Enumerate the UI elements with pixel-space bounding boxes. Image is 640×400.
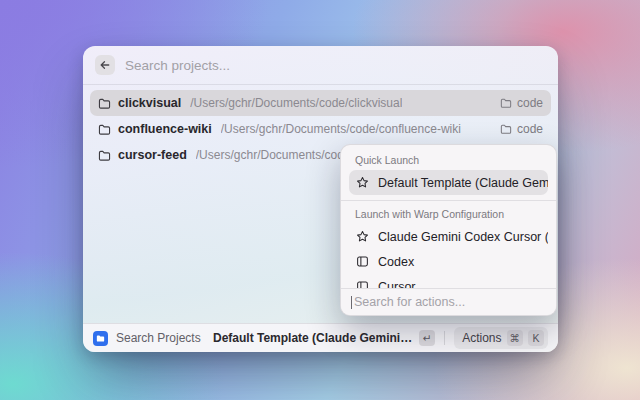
folder-icon: [98, 149, 111, 162]
desktop-background: { "window": { "header": { "search_placeh…: [0, 0, 640, 400]
section-title-warp-configuration: Launch with Warp Configuration: [349, 206, 548, 224]
popup-divider: [341, 200, 556, 201]
actions-button[interactable]: Actions ⌘ K: [454, 327, 548, 349]
search-projects-input[interactable]: Search projects...: [125, 58, 546, 73]
folder-icon: [98, 123, 111, 136]
project-tag-label: code: [517, 122, 543, 136]
folder-icon: [98, 97, 111, 110]
enter-key-badge: ↵: [419, 330, 435, 346]
primary-action-label[interactable]: Default Template (Claude Gemini…: [213, 331, 412, 345]
project-path: /Users/gchr/Documents/code/confluence-wi…: [221, 122, 461, 136]
cmd-key-badge: ⌘: [507, 330, 524, 346]
action-search-row: Search for actions...: [341, 288, 556, 315]
footer-divider: [444, 331, 445, 345]
actions-label: Actions: [462, 331, 501, 345]
search-header: Search projects...: [83, 46, 558, 85]
section-title-quick-launch: Quick Launch: [349, 152, 548, 170]
star-icon: [356, 176, 369, 189]
arrow-left-icon: [99, 59, 111, 71]
star-icon: [356, 230, 369, 243]
project-path: /Users/gchr/Documents/code/clickvisual: [190, 96, 402, 110]
footer-actions-area: Default Template (Claude Gemini… ↵ Actio…: [213, 327, 548, 349]
project-name: confluence-wiki: [118, 122, 212, 136]
search-projects-app-icon: [93, 331, 108, 346]
action-search-input[interactable]: Search for actions...: [354, 295, 465, 309]
action-item-default-template[interactable]: Default Template (Claude Gemini Code… ↵: [349, 170, 548, 195]
actions-popup: Quick Launch Default Template (Claude Ge…: [340, 144, 557, 316]
folder-tag-icon: [500, 97, 512, 109]
action-item-codex[interactable]: Codex: [349, 249, 548, 274]
actions-popup-list: Quick Launch Default Template (Claude Ge…: [341, 145, 556, 290]
folder-tag-icon: [500, 123, 512, 135]
footer-app-label: Search Projects: [116, 331, 201, 345]
project-tag: code: [500, 96, 543, 110]
action-item-claude-gemini-codex-cursor[interactable]: Claude Gemini Codex Cursor (Default): [349, 224, 548, 249]
project-row-confluence-wiki[interactable]: confluence-wiki /Users/gchr/Documents/co…: [90, 116, 551, 142]
window-footer: Search Projects Default Template (Claude…: [83, 323, 558, 352]
project-row-clickvisual[interactable]: clickvisual /Users/gchr/Documents/code/c…: [90, 90, 551, 116]
project-tag: code: [500, 122, 543, 136]
sidebar-layout-icon: [356, 255, 369, 268]
action-item-label: Claude Gemini Codex Cursor (Default): [378, 230, 548, 244]
project-name: clickvisual: [118, 96, 181, 110]
project-name: cursor-feed: [118, 148, 187, 162]
k-key-badge: K: [528, 330, 544, 346]
project-tag-label: code: [517, 96, 543, 110]
action-item-label: Default Template (Claude Gemini Code…: [378, 176, 548, 190]
back-button[interactable]: [95, 55, 115, 75]
text-caret: [351, 296, 352, 309]
action-item-label: Codex: [378, 255, 414, 269]
